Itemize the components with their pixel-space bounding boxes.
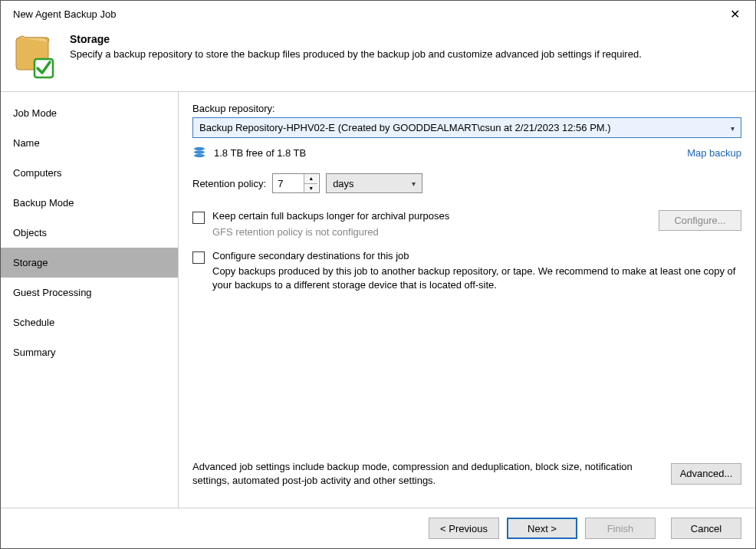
- storage-wizard-icon: [15, 33, 56, 79]
- backup-repository-dropdown[interactable]: Backup Repository-HPHV02-E (Created by G…: [192, 117, 741, 138]
- retention-row: Retention policy: ▲ ▼ days ▾: [192, 173, 741, 193]
- sidebar-item-computers[interactable]: Computers: [1, 158, 178, 188]
- secondary-row: Configure secondary destinations for thi…: [192, 250, 741, 292]
- sidebar-item-objects[interactable]: Objects: [1, 218, 178, 248]
- page-title: Storage: [70, 33, 642, 45]
- sidebar-item-schedule[interactable]: Schedule: [1, 307, 178, 337]
- chevron-down-icon: ▾: [731, 123, 735, 132]
- free-space-text: 1.8 TB free of 1.8 TB: [214, 147, 306, 159]
- wizard-body: Job Mode Name Computers Backup Mode Obje…: [1, 91, 755, 508]
- gfs-checkbox-label: Keep certain full backups longer for arc…: [212, 210, 651, 222]
- gfs-configure-button: Configure...: [659, 210, 741, 231]
- close-icon: ✕: [730, 7, 740, 21]
- cancel-button[interactable]: Cancel: [671, 518, 741, 539]
- retention-value-input[interactable]: [273, 174, 304, 192]
- sidebar-item-guest-processing[interactable]: Guest Processing: [1, 278, 178, 307]
- wizard-header: Storage Specify a backup repository to s…: [1, 27, 755, 91]
- retention-label: Retention policy:: [192, 178, 266, 189]
- retention-unit-dropdown[interactable]: days ▾: [326, 173, 422, 193]
- map-backup-link[interactable]: Map backup: [687, 147, 741, 159]
- sidebar-item-backup-mode[interactable]: Backup Mode: [1, 188, 178, 218]
- gfs-row: Keep certain full backups longer for arc…: [192, 210, 741, 238]
- repo-selected-value: Backup Repository-HPHV02-E (Created by G…: [199, 122, 611, 133]
- window-title: New Agent Backup Job: [13, 8, 721, 20]
- repo-info-row: 1.8 TB free of 1.8 TB Map backup: [192, 146, 741, 159]
- dialog-window: New Agent Backup Job ✕ Storage Specify a…: [0, 0, 756, 549]
- advanced-description: Advanced job settings include backup mod…: [192, 460, 659, 488]
- svg-point-2: [194, 150, 205, 153]
- header-text: Storage Specify a backup repository to s…: [70, 33, 642, 60]
- repo-label: Backup repository:: [192, 103, 741, 114]
- previous-button[interactable]: < Previous: [429, 518, 499, 539]
- advanced-button[interactable]: Advanced...: [671, 463, 741, 485]
- sidebar-item-job-mode[interactable]: Job Mode: [1, 98, 178, 128]
- page-description: Specify a backup repository to store the…: [70, 48, 642, 60]
- secondary-body: Configure secondary destinations for thi…: [212, 250, 741, 292]
- gfs-body: Keep certain full backups longer for arc…: [212, 210, 651, 238]
- wizard-steps-sidebar: Job Mode Name Computers Backup Mode Obje…: [1, 92, 179, 508]
- secondary-destinations-checkbox[interactable]: [192, 251, 205, 264]
- spinner-buttons: ▲ ▼: [304, 174, 317, 192]
- sidebar-item-storage[interactable]: Storage: [1, 248, 178, 278]
- database-stack-icon: [192, 146, 206, 159]
- spin-down-button[interactable]: ▼: [304, 184, 317, 193]
- gfs-checkbox[interactable]: [192, 212, 205, 224]
- finish-button: Finish: [585, 518, 656, 539]
- sidebar-item-name[interactable]: Name: [1, 128, 178, 158]
- spin-up-button[interactable]: ▲: [304, 174, 317, 184]
- secondary-description: Copy backups produced by this job to ano…: [212, 265, 741, 292]
- close-button[interactable]: ✕: [721, 3, 748, 25]
- svg-point-3: [194, 154, 205, 157]
- retention-value-spinner[interactable]: ▲ ▼: [272, 173, 320, 193]
- gfs-status-text: GFS retention policy is not configured: [212, 226, 651, 238]
- wizard-footer: < Previous Next > Finish Cancel: [1, 508, 755, 548]
- content-pane: Backup repository: Backup Repository-HPH…: [179, 92, 755, 508]
- next-button[interactable]: Next >: [507, 518, 577, 539]
- advanced-block: Advanced job settings include backup mod…: [192, 460, 741, 498]
- chevron-down-icon: ▾: [412, 179, 416, 188]
- sidebar-item-summary[interactable]: Summary: [1, 337, 178, 367]
- retention-unit-value: days: [333, 178, 353, 189]
- secondary-checkbox-label: Configure secondary destinations for thi…: [212, 250, 741, 261]
- titlebar: New Agent Backup Job ✕: [1, 1, 755, 27]
- svg-point-1: [194, 147, 205, 150]
